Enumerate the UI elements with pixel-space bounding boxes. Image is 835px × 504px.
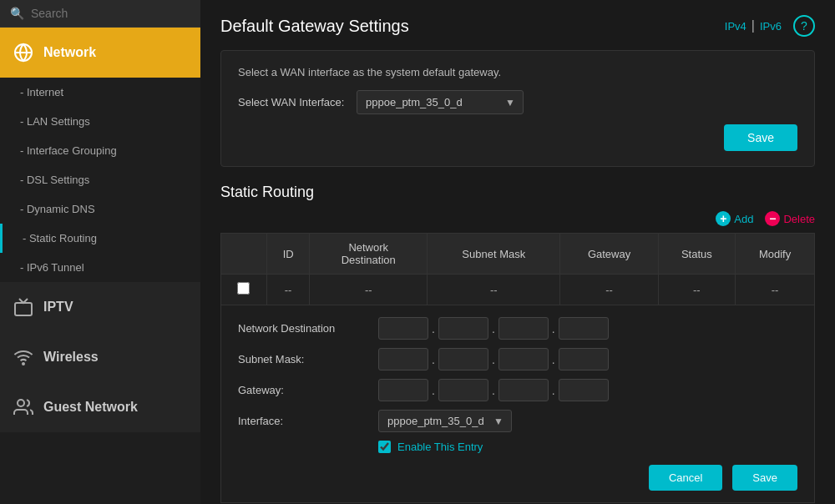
search-bar[interactable]: 🔍	[0, 0, 200, 28]
th-network-dest: NetworkDestination	[310, 234, 428, 275]
network-dest-octet2[interactable]	[438, 317, 488, 340]
form-row-interface: Interface: pppoe_ptm_35_0_d ▼	[238, 410, 797, 432]
dot9: .	[552, 384, 555, 397]
page-header: Default Gateway Settings IPv4 | IPv6 ?	[220, 15, 815, 37]
th-checkbox	[221, 234, 267, 275]
svg-rect-2	[15, 303, 32, 315]
ipv4-link[interactable]: IPv4	[725, 20, 746, 33]
network-dest-octet1[interactable]	[378, 317, 428, 340]
wifi-icon	[12, 345, 35, 369]
sidebar-section-network: Network - Internet - LAN Settings - Inte…	[0, 28, 200, 282]
dot5: .	[492, 353, 495, 366]
sidebar-item-wireless[interactable]: Wireless	[0, 332, 200, 382]
dot4: .	[432, 353, 435, 366]
wan-select-row: Select WAN Interface: pppoe_ptm_35_0_d ▼	[238, 90, 797, 114]
table-header-row: ID NetworkDestination Subnet Mask Gatewa…	[221, 234, 815, 275]
delete-route-button[interactable]: − Delete	[765, 211, 815, 226]
page-title: Default Gateway Settings	[220, 17, 409, 36]
gateway-octet3[interactable]	[498, 379, 549, 401]
enable-label: Enable This Entry	[397, 441, 483, 453]
wan-gateway-section: Select a WAN interface as the system def…	[220, 50, 815, 167]
gateway-inputs: . . .	[378, 379, 609, 401]
add-route-button[interactable]: + Add	[716, 211, 753, 226]
routing-actions: + Add − Delete	[220, 211, 815, 226]
subnet-mask-label: Subnet Mask:	[238, 353, 372, 365]
sidebar-item-network[interactable]: Network	[0, 28, 200, 78]
interface-select-wrapper: pppoe_ptm_35_0_d ▼	[378, 410, 512, 432]
gateway-octet2[interactable]	[438, 379, 488, 401]
ipv4-ipv6-sep: |	[752, 18, 755, 33]
sidebar-sub-internet[interactable]: - Internet	[0, 78, 200, 107]
gateway-octet4[interactable]	[559, 379, 609, 401]
form-row-gateway: Gateway: . . .	[238, 379, 797, 401]
sidebar-item-iptv-label: IPTV	[43, 300, 73, 315]
td-checkbox[interactable]	[221, 275, 267, 305]
wan-select-label: Select WAN Interface:	[238, 96, 347, 108]
sidebar-sub-ipv6[interactable]: - IPv6 Tunnel	[0, 253, 200, 282]
ipv6-link[interactable]: IPv6	[760, 20, 782, 33]
dot7: .	[432, 384, 435, 397]
delete-icon: −	[765, 211, 780, 226]
static-routing-section: Static Routing + Add − Delete ID Network…	[220, 184, 815, 503]
form-row-network-dest: Network Destination . . .	[238, 317, 797, 340]
td-modify: --	[736, 275, 815, 305]
search-input[interactable]	[31, 7, 190, 20]
gateway-label: Gateway:	[238, 384, 372, 396]
network-dest-octet4[interactable]	[559, 317, 609, 340]
network-dest-inputs: . . .	[378, 317, 609, 340]
dot6: .	[552, 353, 555, 366]
delete-label: Delete	[783, 213, 815, 225]
dot1: .	[432, 322, 435, 335]
interface-select[interactable]: pppoe_ptm_35_0_d	[378, 410, 512, 432]
sidebar-sub-items-network: - Internet - LAN Settings - Interface Gr…	[0, 78, 200, 282]
td-gateway: --	[560, 275, 658, 305]
th-id: ID	[266, 234, 309, 275]
search-icon: 🔍	[10, 7, 24, 20]
sidebar-sub-interface-grouping[interactable]: - Interface Grouping	[0, 136, 200, 165]
sidebar-sub-ddns[interactable]: - Dynamic DNS	[0, 194, 200, 224]
form-buttons: Cancel Save	[238, 465, 797, 491]
gateway-octet1[interactable]	[378, 379, 428, 401]
interface-label: Interface:	[238, 415, 372, 427]
th-subnet-mask: Subnet Mask	[428, 234, 560, 275]
sidebar-sub-dsl[interactable]: - DSL Settings	[0, 165, 200, 194]
subnet-octet4[interactable]	[559, 348, 609, 370]
static-routing-title: Static Routing	[220, 184, 815, 201]
sidebar-item-guest-network[interactable]: Guest Network	[0, 382, 200, 432]
wan-desc: Select a WAN interface as the system def…	[238, 66, 797, 78]
main-content: Default Gateway Settings IPv4 | IPv6 ? S…	[200, 0, 835, 504]
sidebar-item-iptv[interactable]: IPTV	[0, 282, 200, 332]
sidebar-item-guest-network-label: Guest Network	[43, 400, 138, 415]
wan-interface-select[interactable]: pppoe_ptm_35_0_d	[357, 90, 524, 114]
add-icon: +	[716, 211, 731, 226]
network-dest-octet3[interactable]	[498, 317, 549, 340]
save-button[interactable]: Save	[732, 465, 797, 491]
table-row: -- -- -- -- -- --	[221, 275, 815, 305]
dot2: .	[492, 322, 495, 335]
svg-point-3	[23, 363, 24, 365]
dot8: .	[492, 384, 495, 397]
row-checkbox[interactable]	[237, 282, 250, 295]
subnet-octet1[interactable]	[378, 348, 428, 370]
sidebar-sub-static-routing[interactable]: - Static Routing	[0, 224, 200, 253]
sidebar-item-network-label: Network	[43, 45, 96, 60]
save-wan-button[interactable]: Save	[724, 124, 797, 151]
sidebar: 🔍 Network - Internet - LAN Settings - In…	[0, 0, 200, 504]
td-subnet-mask: --	[428, 275, 560, 305]
cancel-button[interactable]: Cancel	[649, 465, 722, 491]
globe-icon	[12, 41, 35, 64]
sidebar-sub-lan[interactable]: - LAN Settings	[0, 107, 200, 136]
subnet-octet3[interactable]	[498, 348, 549, 370]
help-icon[interactable]: ?	[793, 15, 815, 37]
users-icon	[12, 396, 35, 419]
form-row-subnet: Subnet Mask: . . .	[238, 348, 797, 370]
td-id: --	[266, 275, 309, 305]
subnet-octet2[interactable]	[438, 348, 488, 370]
routing-table: ID NetworkDestination Subnet Mask Gatewa…	[220, 233, 815, 305]
th-status: Status	[658, 234, 735, 275]
enable-row: Enable This Entry	[378, 441, 797, 453]
th-modify: Modify	[736, 234, 815, 275]
sidebar-item-wireless-label: Wireless	[43, 350, 99, 365]
enable-checkbox[interactable]	[378, 441, 391, 453]
network-dest-label: Network Destination	[238, 322, 372, 335]
